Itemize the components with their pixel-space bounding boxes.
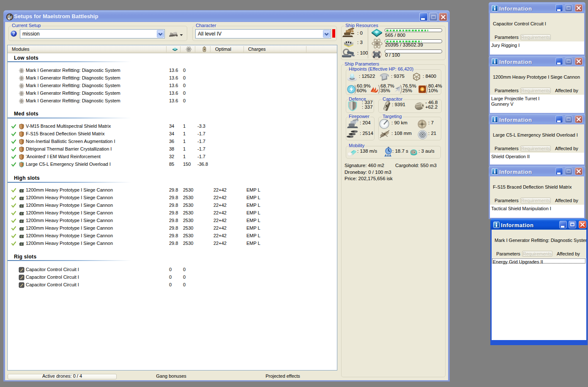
svg-text:?: ?: [12, 31, 15, 36]
